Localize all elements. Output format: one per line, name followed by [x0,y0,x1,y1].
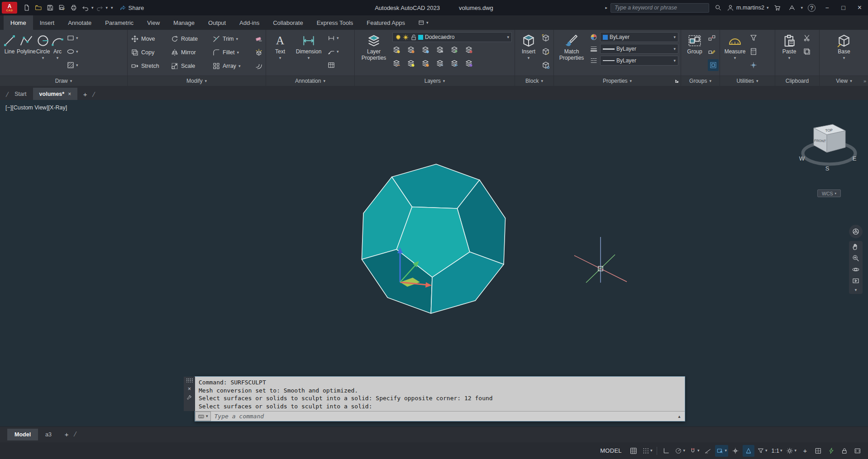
tab-parametric[interactable]: Parametric [98,15,140,30]
leader-button[interactable]: ▾ [327,46,339,57]
layer-dropdown[interactable]: Dodecaedro ▾ [392,32,512,42]
layer-color-swatch[interactable] [418,35,423,40]
viewcube-top-face[interactable]: TOP [825,128,833,132]
layer-off-icon[interactable] [392,46,401,54]
base-view-button[interactable]: Base ▾ [832,32,856,75]
trim-button[interactable]: Trim▾ [211,35,255,43]
paste-flyout-icon[interactable]: ▾ [788,56,791,60]
ribbon-display-icon[interactable] [418,19,424,26]
draw-panel-label[interactable]: Draw [55,78,68,84]
move-button[interactable]: Move [130,35,170,43]
text-flyout-icon[interactable]: ▾ [279,56,281,60]
units-button[interactable] [812,445,824,457]
lineweight-dropdown[interactable]: ByLayer ▾ [600,44,678,54]
tab-manage[interactable]: Manage [167,15,201,30]
arc-button[interactable]: Arc ▾ [50,32,65,75]
tab-express-tools[interactable]: Express Tools [310,15,360,30]
dynamic-ucs-toggle[interactable] [743,445,754,457]
match-properties-button[interactable]: Match Properties [556,32,587,75]
wcs-dropdown[interactable]: WCS ▾ [817,189,841,197]
file-tab-start[interactable]: Start [8,88,33,100]
groups-panel-label[interactable]: Groups [689,78,707,84]
hatch-button[interactable]: ▾ [67,59,78,71]
dimension-button[interactable]: Dimension ▾ [292,32,325,75]
table-button[interactable] [327,59,339,71]
autocad-app-button[interactable]: A CAD [2,2,17,14]
undo-dropdown-icon[interactable]: ▾ [91,6,94,10]
quick-select-button[interactable] [749,32,758,44]
linetype-icon[interactable] [590,57,598,65]
orbit-icon[interactable] [852,265,860,274]
scale-button[interactable]: Scale [170,62,211,70]
annotation-monitor-toggle[interactable]: + [799,445,811,457]
object-snap-toggle[interactable]: ▾ [688,445,701,457]
panel-overflow-icon[interactable]: » [863,78,866,84]
viewcube-front-face[interactable]: FRONT [814,138,826,143]
circle-flyout-icon[interactable]: ▾ [42,56,44,60]
measure-button[interactable]: Measure ▾ [722,32,748,75]
workspace-switching-button[interactable]: ▾ [785,445,798,457]
fillet-button[interactable]: Fillet▾ [211,48,255,57]
ribbon-display-dropdown-icon[interactable]: ▾ [426,21,429,25]
pan-hand-icon[interactable] [852,243,860,251]
ortho-mode-toggle[interactable] [660,445,672,457]
snap-mode-toggle[interactable]: ▾ [641,445,654,457]
lineweight-icon[interactable] [590,45,598,53]
command-history-toggle-icon[interactable]: ▴ [674,414,685,419]
new-file-icon[interactable] [21,2,32,14]
account-menu[interactable]: m.martins2 ▾ [727,4,768,11]
tab-view[interactable]: View [140,15,167,30]
base-flyout-icon[interactable]: ▾ [843,56,845,60]
qat-customize-icon[interactable]: ▾ [111,6,113,10]
save-icon[interactable] [44,2,56,14]
layout-tab-a3[interactable]: a3 [38,429,59,440]
view-panel-label[interactable]: View [836,78,848,84]
text-button[interactable]: A Text ▾ [268,32,292,75]
clean-screen-button[interactable] [852,445,863,457]
grip-dots[interactable] [186,378,193,383]
undo-icon[interactable] [80,2,91,14]
layer-walk-icon[interactable] [465,59,473,67]
layer-previous-icon[interactable] [450,59,458,67]
tab-home[interactable]: Home [4,15,33,30]
cart-icon[interactable] [772,2,783,14]
insert-flyout-icon[interactable]: ▾ [528,56,530,60]
selection-cycling-toggle[interactable]: ▾ [715,445,728,457]
search-box[interactable] [610,3,709,13]
layer-on-icon[interactable] [395,34,401,40]
tab-annotate[interactable]: Annotate [61,15,98,30]
layer-unisolate-icon[interactable] [392,59,401,67]
command-close-icon[interactable]: × [188,385,191,392]
navigation-wheel-button[interactable] [849,225,863,238]
autodesk-apps-icon[interactable] [786,2,797,14]
id-point-button[interactable] [749,59,758,71]
rotate-button[interactable]: Rotate [170,35,211,43]
viewcube[interactable]: TOP FRONT W S E [799,124,857,172]
maximize-button[interactable]: □ [837,1,850,14]
color-wheel-icon[interactable] [590,33,598,41]
panel-launcher-icon[interactable] [675,79,679,83]
layer-thaw-all-icon[interactable] [421,59,429,67]
write-block-button[interactable] [542,46,550,57]
open-folder-icon[interactable] [33,2,44,14]
apps-dropdown-icon[interactable]: ▾ [801,6,803,10]
search-collapse-icon[interactable]: ▸ [606,6,608,10]
explode-icon[interactable] [255,48,263,57]
viewcube-south[interactable]: S [825,165,830,172]
3d-object-snap-toggle[interactable] [730,445,741,457]
layer-match-icon[interactable] [465,46,473,54]
tab-collaborate[interactable]: Collaborate [266,15,310,30]
measure-flyout-icon[interactable]: ▾ [734,56,736,60]
group-edit-button[interactable] [708,46,719,57]
layer-unlock-icon[interactable] [410,34,416,40]
annotation-panel-label[interactable]: Annotation [295,78,321,84]
group-selection-toggle[interactable] [708,59,719,71]
stretch-button[interactable]: Stretch [130,62,170,70]
isodraft-toggle[interactable] [702,445,714,457]
cut-button[interactable] [803,32,811,44]
arc-flyout-icon[interactable]: ▾ [57,56,59,60]
viewcube-west[interactable]: W [799,155,805,162]
copy-button[interactable]: Copy [130,48,170,57]
command-settings-wrench-icon[interactable] [186,395,192,401]
ucs-icon[interactable] [397,247,432,288]
